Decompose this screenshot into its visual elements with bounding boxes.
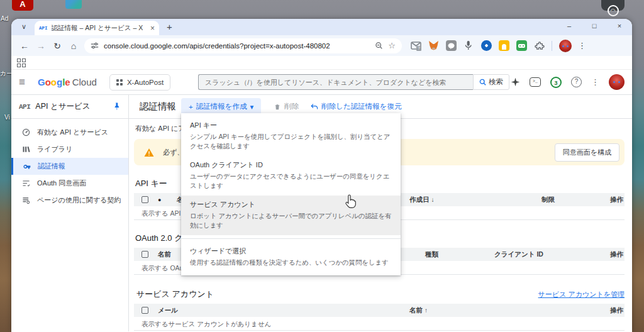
column-email[interactable]: メール: [158, 306, 409, 315]
manage-service-accounts-link[interactable]: サービス アカウントを管理: [538, 290, 625, 299]
pin-icon[interactable]: [113, 101, 121, 113]
svg-text:?: ?: [418, 46, 420, 50]
logo-letter: e: [65, 77, 70, 87]
toolbar-divider: [552, 41, 552, 51]
restore-credentials-button[interactable]: 削除した認証情報を復元: [310, 102, 401, 111]
dropdown-item-wizard[interactable]: ウィザードで選択 使用する認証情報の種類を決定するため、いくつかの質問をします: [181, 242, 401, 272]
desktop-label-video: Vi: [4, 114, 10, 121]
delete-button[interactable]: 削除: [274, 102, 299, 111]
console-more-icon[interactable]: ⋮: [591, 77, 599, 87]
mail-extension-icon[interactable]: ?: [411, 40, 421, 51]
site-settings-tune-icon[interactable]: [91, 42, 99, 50]
browser-menu-icon[interactable]: ⋮: [578, 41, 586, 50]
sidebar-item-enabled-apis[interactable]: 有効な API とサービス: [11, 124, 128, 141]
chevron-down-icon: ▾: [250, 102, 254, 111]
sidebar-product-title: API とサービス: [35, 101, 90, 112]
logo-letter: g: [57, 77, 62, 87]
extensions-puzzle-icon[interactable]: [534, 40, 545, 51]
account-avatar[interactable]: [609, 74, 625, 90]
sort-down-icon: ↓: [431, 196, 434, 203]
api-product-logo: API: [19, 103, 30, 111]
browser-toolbar: ← → ↻ ⌂ ☆ ?: [11, 35, 632, 56]
bookmark-star-icon[interactable]: ☆: [388, 41, 396, 50]
undo-icon: [310, 103, 318, 111]
dropdown-item-description: ロボット アカウントによるサーバー間でのアプリレベルの認証を有効にします: [190, 211, 392, 230]
dropdown-item-title: ウィザードで選択: [190, 246, 392, 256]
home-icon[interactable]: ⌂: [65, 41, 82, 51]
url-input[interactable]: [104, 42, 370, 50]
maximize-button[interactable]: □: [582, 19, 607, 33]
cloud-shell-icon[interactable]: >_: [530, 77, 541, 87]
trash-icon: [274, 103, 281, 111]
sidebar-item-oauth-consent[interactable]: OAuth 同意画面: [11, 175, 128, 192]
console-search-input[interactable]: [198, 74, 473, 90]
create-credentials-button[interactable]: + 認証情報を作成 ▾: [181, 98, 261, 115]
create-credentials-label: 認証情報を作成: [196, 102, 247, 111]
console-search-button[interactable]: 検索: [473, 74, 509, 90]
column-type[interactable]: 種類: [425, 250, 494, 259]
recycle-bin-icon[interactable]: [65, 0, 82, 9]
gemini-sparkle-icon[interactable]: [511, 77, 520, 87]
project-selector[interactable]: X-AutoPost: [109, 74, 170, 91]
tab-close-icon[interactable]: ×: [150, 24, 155, 33]
status-dot-icon: ●: [158, 197, 177, 203]
apps-grid-icon[interactable]: [17, 58, 26, 67]
sidebar-item-credentials[interactable]: 認証情報: [11, 158, 128, 175]
column-name[interactable]: 名前 ↑: [409, 306, 586, 315]
minimize-button[interactable]: –: [557, 19, 582, 33]
page-title: 認証情報: [140, 101, 176, 113]
line-extension-icon[interactable]: [446, 40, 457, 51]
back-icon[interactable]: ←: [16, 41, 33, 51]
column-created[interactable]: 作成日 ↓: [409, 196, 541, 204]
cloud-console-header: ≡ GoogleCloud X-AutoPost 検索 >_ 3 ? ⋮: [11, 70, 632, 95]
metamask-extension-icon[interactable]: [428, 40, 439, 51]
agreements-icon: [22, 196, 30, 204]
new-tab-button[interactable]: +: [167, 21, 172, 33]
column-actions: 操作: [595, 250, 625, 259]
key-icon: [22, 162, 31, 171]
tab-search-chevron-icon[interactable]: ∨: [18, 21, 30, 33]
column-created-label: 作成日: [409, 196, 430, 203]
select-all-checkbox[interactable]: [142, 196, 148, 203]
help-icon[interactable]: ?: [571, 77, 582, 87]
google-cloud-logo[interactable]: GoogleCloud: [38, 77, 97, 87]
zoom-out-icon[interactable]: [375, 42, 383, 50]
notifications-badge[interactable]: 3: [550, 77, 562, 88]
browser-window: ∨ API 認証情報 – API とサービス – X-Aut × + – □ ×…: [11, 19, 632, 332]
column-restrictions[interactable]: 制限: [541, 196, 592, 204]
logo-letter: o: [51, 77, 57, 87]
column-client-id[interactable]: クライアント ID: [494, 250, 595, 259]
browser-tab[interactable]: API 認証情報 – API とサービス – X-Aut ×: [35, 21, 159, 35]
dropdown-item-api-key[interactable]: API キー シンプル API キーを使用してプロジェクトを識別し、割り当てとア…: [181, 116, 401, 156]
forward-icon[interactable]: →: [33, 41, 49, 51]
console-search: 検索: [198, 74, 509, 90]
project-icon: [116, 79, 123, 86]
adobe-acrobat-icon[interactable]: A: [12, 0, 33, 11]
service-accounts-header-row: サービス アカウント サービス アカウントを管理: [134, 289, 625, 300]
dropdown-item-description: 使用する認証情報の種類を決定するため、いくつかの質問をします: [190, 258, 392, 267]
blue-circle-extension-icon[interactable]: [481, 40, 492, 51]
camera-app-icon[interactable]: ◠: [601, 0, 625, 11]
library-icon: [22, 145, 30, 153]
sidebar-item-label: OAuth 同意画面: [37, 179, 86, 188]
logo-letter: o: [45, 77, 51, 87]
dropdown-item-service-account[interactable]: サービス アカウント ロボット アカウントによるサーバー間でのアプリレベルの認証…: [181, 196, 401, 235]
dropdown-item-oauth-client-id[interactable]: OAuth クライアント ID ユーザーのデータにアクセスできるようにユーザーの…: [181, 156, 401, 196]
address-bar[interactable]: ☆: [84, 38, 402, 53]
configure-consent-screen-button[interactable]: 同意画面を構成: [555, 143, 619, 162]
select-all-checkbox[interactable]: [142, 251, 148, 258]
navigation-menu-icon[interactable]: ≡: [19, 76, 35, 89]
consent-screen-icon: [22, 179, 30, 187]
sidebar-item-usage-agreements[interactable]: ページの使用に関する契約: [11, 192, 128, 209]
camera-ring-icon: ◠: [608, 5, 619, 16]
sidebar-item-library[interactable]: ライブラリ: [11, 141, 128, 158]
robot-extension-icon[interactable]: [516, 40, 527, 51]
window-close-button[interactable]: ×: [607, 19, 632, 33]
browser-profile-avatar[interactable]: [559, 40, 572, 52]
yellow-extension-icon[interactable]: [499, 40, 509, 51]
reload-icon[interactable]: ↻: [49, 41, 65, 51]
microphone-extension-icon[interactable]: [464, 40, 474, 51]
select-all-checkbox[interactable]: [142, 307, 148, 314]
console-header-actions: >_ 3 ? ⋮: [511, 74, 625, 90]
window-controls: – □ ×: [557, 19, 632, 33]
